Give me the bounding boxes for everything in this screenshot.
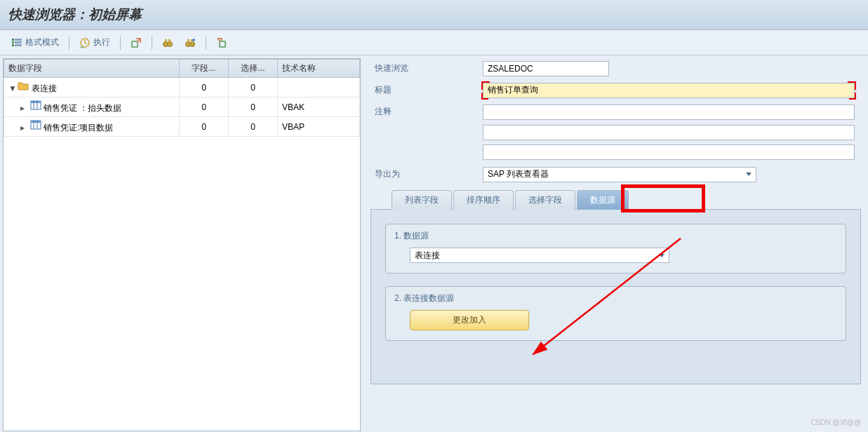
watermark: CSDN @邓@@ <box>810 418 861 428</box>
clock-icon <box>79 37 91 48</box>
blank-label <box>370 149 483 155</box>
tree-cell: 0 <box>180 117 229 137</box>
col-field-count[interactable]: 字段... <box>180 60 229 78</box>
comment-label: 注释 <box>370 103 483 121</box>
tree-toggle-icon[interactable]: ▸ <box>20 103 27 113</box>
tree-node-label: 表连接 <box>32 83 57 93</box>
grid-icon <box>11 37 22 48</box>
execute-button[interactable]: 执行 <box>75 34 114 50</box>
svg-rect-1 <box>15 39 22 41</box>
export-label: 导出为 <box>370 166 483 183</box>
group-title: 1. 数据源 <box>394 230 837 242</box>
quick-view-label: 快速浏览 <box>370 60 483 77</box>
svg-rect-11 <box>168 39 171 42</box>
svg-point-13 <box>190 41 195 46</box>
tree-node-label: 销售凭证 ：抬头数据 <box>44 103 121 113</box>
separator <box>69 36 69 50</box>
execute-label: 执行 <box>93 36 110 48</box>
title-input[interactable] <box>483 83 855 98</box>
chevron-down-icon <box>659 254 665 257</box>
table-icon <box>30 100 41 111</box>
toolbar-icon-2[interactable] <box>158 35 178 50</box>
svg-point-9 <box>168 41 173 46</box>
tab-sort-order[interactable]: 排序顺序 <box>453 190 514 210</box>
group-title: 2. 表连接数据源 <box>394 292 837 304</box>
toolbar-icon-3[interactable] <box>180 35 200 50</box>
separator <box>120 36 121 50</box>
form-panel: 快速浏览 标题 注释 导出为 SAP 列表查看器 <box>363 55 868 432</box>
svg-rect-5 <box>15 44 22 46</box>
tree-cell: 0 <box>229 117 278 137</box>
binoculars-icon <box>162 37 173 48</box>
separator <box>152 36 152 50</box>
svg-rect-16 <box>220 41 225 47</box>
annotation-highlight <box>621 184 705 212</box>
tree-node-label: 销售凭证:项目数据 <box>44 123 113 133</box>
blank-label <box>370 130 483 135</box>
chevron-down-icon <box>746 173 752 176</box>
format-mode-button[interactable]: 格式模式 <box>7 34 63 50</box>
change-join-button[interactable]: 更改加入 <box>410 310 529 330</box>
svg-rect-14 <box>187 39 189 42</box>
folder-icon <box>18 80 29 91</box>
tree-toggle-icon[interactable]: ▸ <box>20 123 27 133</box>
toolbar: 格式模式 执行 <box>0 30 868 55</box>
svg-rect-4 <box>12 44 14 46</box>
data-field-tree: 数据字段 字段... 选择... 技术名称 ▼ 表连接 0 0 <box>4 59 360 137</box>
svg-rect-7 <box>132 41 138 47</box>
tree-panel: 数据字段 字段... 选择... 技术名称 ▼ 表连接 0 0 <box>3 58 361 431</box>
tree-row[interactable]: ▼ 表连接 0 0 <box>4 78 360 97</box>
data-source-select[interactable]: 表连接 <box>410 248 669 263</box>
tab-select-fields[interactable]: 选择字段 <box>515 190 575 210</box>
tree-cell <box>278 78 360 97</box>
svg-rect-3 <box>15 41 22 43</box>
col-tech[interactable]: 技术名称 <box>278 60 360 78</box>
tree-cell: VBAK <box>278 97 360 117</box>
data-source-value: 表连接 <box>415 250 440 262</box>
page-title: 快速浏览器：初始屏幕 <box>0 0 868 30</box>
title-label: 标题 <box>370 81 483 99</box>
svg-rect-0 <box>12 39 14 41</box>
tree-row[interactable]: ▸ 销售凭证:项目数据 0 0 VBAP <box>4 117 360 137</box>
tab-bar: 列表字段 排序顺序 选择字段 数据源 <box>392 190 861 210</box>
tab-data-source[interactable]: 数据源 <box>577 190 629 210</box>
tab-content: 1. 数据源 表连接 2. 表连接数据源 更改加入 <box>370 209 861 384</box>
svg-rect-2 <box>12 41 14 43</box>
export-select[interactable]: SAP 列表查看器 <box>483 167 756 182</box>
tree-cell: 0 <box>180 97 229 117</box>
col-select[interactable]: 选择... <box>229 60 278 78</box>
tree-cell: 0 <box>180 78 229 97</box>
tree-cell: 0 <box>229 78 278 97</box>
table-icon <box>30 119 41 130</box>
tree-cell: 0 <box>229 97 278 117</box>
tab-list-fields[interactable]: 列表字段 <box>392 190 452 210</box>
toolbar-icon-4[interactable] <box>212 35 232 50</box>
col-field[interactable]: 数据字段 <box>4 60 180 78</box>
quick-view-input[interactable] <box>483 61 609 76</box>
tree-toggle-icon[interactable]: ▼ <box>8 83 15 93</box>
group-table-join: 2. 表连接数据源 更改加入 <box>385 286 846 341</box>
svg-rect-10 <box>165 39 167 42</box>
export-value: SAP 列表查看器 <box>488 168 549 180</box>
format-mode-label: 格式模式 <box>25 36 59 48</box>
group-data-source: 1. 数据源 表连接 <box>385 224 846 274</box>
blank-input-1[interactable] <box>483 125 855 140</box>
tree-row[interactable]: ▸ 销售凭证 ：抬头数据 0 0 VBAK <box>4 97 360 117</box>
svg-rect-18 <box>31 101 41 103</box>
separator <box>206 36 206 50</box>
binoculars-plus-icon <box>185 37 196 48</box>
svg-rect-22 <box>31 121 41 123</box>
comment-input[interactable] <box>483 104 855 120</box>
blank-input-2[interactable] <box>483 144 855 160</box>
toolbar-icon-1[interactable] <box>126 35 146 50</box>
box-arrow2-icon <box>216 37 227 48</box>
tree-cell: VBAP <box>278 117 360 137</box>
box-arrow-icon <box>131 37 142 48</box>
